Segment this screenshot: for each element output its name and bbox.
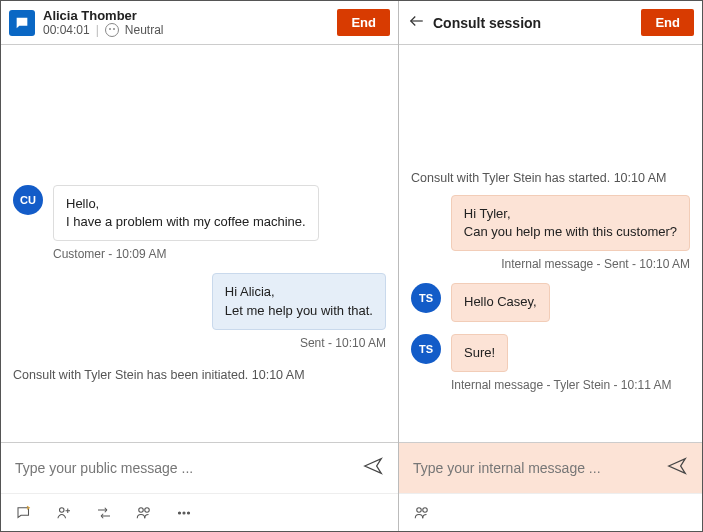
system-message: Consult with Tyler Stein has been initia…: [13, 368, 386, 382]
msg-line: Hi Tyler,: [464, 205, 677, 223]
customer-chat-pane: Alicia Thomber 00:04:01 | Neutral End CU…: [1, 1, 399, 531]
spacer: [13, 55, 386, 185]
more-icon[interactable]: [175, 504, 193, 522]
customer-message-row: CU Hello, I have a problem with my coffe…: [13, 185, 386, 241]
svg-point-3: [178, 511, 180, 513]
sentiment-icon: [105, 23, 119, 37]
agent-message-row: Hi Alicia, Let me help you with that.: [13, 273, 386, 329]
consultant-meta: Internal message - Tyler Stein - 10:11 A…: [451, 378, 690, 392]
msg-line: I have a problem with my coffee machine.: [66, 213, 306, 231]
msg-line: Hello,: [66, 195, 306, 213]
svg-point-0: [60, 507, 65, 512]
svg-point-4: [183, 511, 185, 513]
svg-point-5: [187, 511, 189, 513]
consultant-avatar: TS: [411, 334, 441, 364]
internal-out-bubble: Hi Tyler, Can you help me with this cust…: [451, 195, 690, 251]
left-header: Alicia Thomber 00:04:01 | Neutral End: [1, 1, 398, 45]
transfer-icon[interactable]: [95, 504, 113, 522]
participants-icon[interactable]: [413, 504, 431, 522]
svg-point-6: [417, 507, 422, 512]
sentiment-label: Neutral: [125, 23, 164, 37]
meta-separator: |: [96, 23, 99, 37]
svg-point-7: [423, 507, 428, 512]
right-message-body: Consult with Tyler Stein has started. 10…: [399, 45, 702, 442]
left-message-body: CU Hello, I have a problem with my coffe…: [1, 45, 398, 442]
internal-out-meta: Internal message - Sent - 10:10 AM: [411, 257, 690, 271]
back-icon[interactable]: [407, 12, 425, 34]
svg-point-2: [145, 507, 150, 512]
agent-bubble: Hi Alicia, Let me help you with that.: [212, 273, 386, 329]
consult-started: Consult with Tyler Stein has started. 10…: [411, 171, 690, 185]
consult-icon[interactable]: [55, 504, 73, 522]
app-frame: Alicia Thomber 00:04:01 | Neutral End CU…: [0, 0, 703, 532]
right-header: Consult session End: [399, 1, 702, 45]
agent-meta: Sent - 10:10 AM: [13, 336, 386, 350]
public-composer: [1, 442, 398, 493]
internal-out-row: Hi Tyler, Can you help me with this cust…: [411, 195, 690, 251]
customer-avatar: CU: [13, 185, 43, 215]
customer-bubble: Hello, I have a problem with my coffee m…: [53, 185, 319, 241]
quick-reply-icon[interactable]: [15, 504, 33, 522]
customer-meta: Customer - 10:09 AM: [53, 247, 386, 261]
chat-icon: [9, 10, 35, 36]
header-meta: 00:04:01 | Neutral: [43, 23, 164, 37]
msg-line: Let me help you with that.: [225, 302, 373, 320]
consultant-bubble: Hello Casey,: [451, 283, 550, 321]
session-timer: 00:04:01: [43, 23, 90, 37]
consultant-avatar: TS: [411, 283, 441, 313]
customer-name: Alicia Thomber: [43, 8, 164, 24]
consultant-bubble: Sure!: [451, 334, 508, 372]
consult-end-button[interactable]: End: [641, 9, 694, 36]
right-toolbar: [399, 493, 702, 531]
public-message-input[interactable]: [15, 460, 352, 476]
msg-line: Hi Alicia,: [225, 283, 373, 301]
internal-message-input[interactable]: [413, 460, 656, 476]
internal-send-icon[interactable]: [666, 455, 688, 481]
internal-composer: [399, 442, 702, 493]
consultant-row-1: TS Hello Casey,: [411, 283, 690, 321]
gap: [411, 326, 690, 334]
left-toolbar: [1, 493, 398, 531]
participants-icon[interactable]: [135, 504, 153, 522]
msg-line: Can you help me with this customer?: [464, 223, 677, 241]
end-button[interactable]: End: [337, 9, 390, 36]
svg-point-1: [139, 507, 144, 512]
consultant-row-2: TS Sure!: [411, 334, 690, 372]
header-info: Alicia Thomber 00:04:01 | Neutral: [43, 8, 164, 38]
consult-title: Consult session: [433, 15, 541, 31]
spacer: [411, 55, 690, 165]
send-icon[interactable]: [362, 455, 384, 481]
consult-pane: Consult session End Consult with Tyler S…: [399, 1, 702, 531]
